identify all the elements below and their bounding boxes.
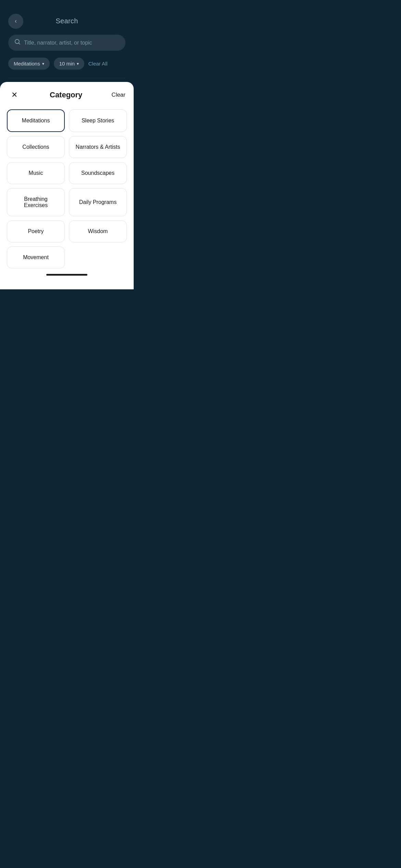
back-button[interactable]: ‹ [8, 14, 23, 29]
home-indicator [7, 268, 127, 276]
category-collections-label: Collections [22, 144, 49, 150]
category-collections[interactable]: Collections [7, 136, 65, 158]
category-sleep-stories[interactable]: Sleep Stories [69, 109, 127, 132]
category-poetry[interactable]: Poetry [7, 220, 65, 242]
category-movement[interactable]: Movement [7, 246, 65, 268]
duration-filter-chip[interactable]: 10 min ▾ [54, 58, 84, 70]
category-music-label: Music [29, 170, 43, 176]
home-bar [46, 274, 87, 276]
category-wisdom-label: Wisdom [88, 228, 108, 234]
modal-title: Category [50, 91, 82, 99]
category-soundscapes[interactable]: Soundscapes [69, 162, 127, 184]
svg-line-1 [19, 43, 20, 45]
category-daily-programs[interactable]: Daily Programs [69, 188, 127, 216]
modal-close-button[interactable]: ✕ [8, 89, 21, 101]
category-sleep-stories-label: Sleep Stories [82, 118, 114, 124]
category-daily-programs-label: Daily Programs [79, 199, 117, 205]
search-icon [14, 39, 21, 47]
category-music[interactable]: Music [7, 162, 65, 184]
category-grid: Meditations Sleep Stories Collections Na… [7, 109, 127, 268]
category-chevron-icon: ▾ [42, 61, 44, 66]
search-bar[interactable]: Title, narrator, artist, or topic [8, 35, 125, 51]
category-meditations[interactable]: Meditations [7, 109, 65, 132]
category-movement-label: Movement [23, 254, 49, 261]
duration-chevron-icon: ▾ [77, 61, 79, 66]
header: ‹ Search [0, 0, 134, 32]
category-meditations-label: Meditations [22, 118, 50, 124]
category-poetry-label: Poetry [28, 228, 44, 234]
category-filter-chip[interactable]: Meditations ▾ [8, 58, 50, 70]
category-wisdom[interactable]: Wisdom [69, 220, 127, 242]
category-modal: ✕ Category Clear Meditations Sleep Stori… [0, 82, 134, 289]
category-breathing-exercises-label: Breathing Exercises [13, 196, 59, 208]
category-narrators-artists[interactable]: Narrators & Artists [69, 136, 127, 158]
category-filter-label: Meditations [14, 61, 40, 67]
category-breathing-exercises[interactable]: Breathing Exercises [7, 188, 65, 216]
search-placeholder-text: Title, narrator, artist, or topic [24, 40, 92, 46]
category-soundscapes-label: Soundscapes [81, 170, 114, 176]
duration-filter-label: 10 min [59, 61, 75, 67]
modal-clear-button[interactable]: Clear [111, 92, 125, 98]
filter-row: Meditations ▾ 10 min ▾ Clear All [0, 58, 134, 78]
divider [8, 78, 125, 78]
back-icon: ‹ [15, 17, 17, 25]
modal-header: ✕ Category Clear [7, 89, 127, 101]
clear-all-button[interactable]: Clear All [88, 61, 108, 67]
header-title: Search [56, 17, 78, 25]
category-narrators-artists-label: Narrators & Artists [76, 144, 120, 150]
close-icon: ✕ [11, 91, 17, 99]
